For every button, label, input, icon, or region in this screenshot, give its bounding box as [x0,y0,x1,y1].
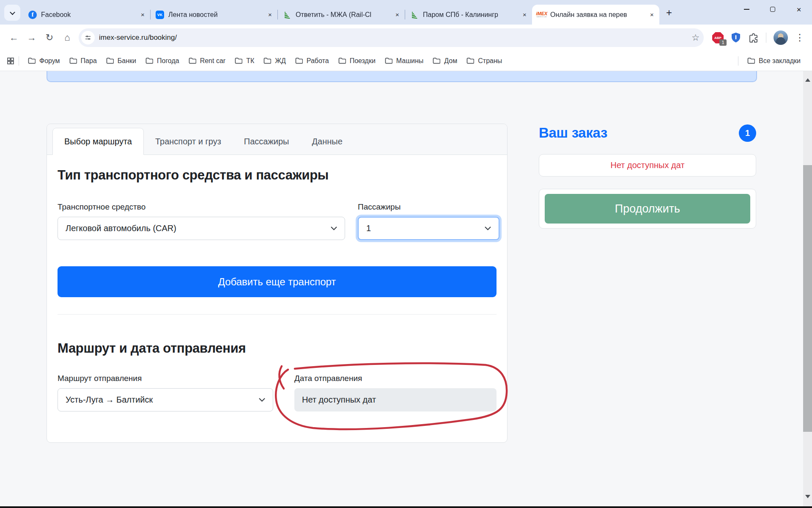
bookmark-folder-forum[interactable]: Форум [23,55,65,67]
page-scrollbar[interactable] [803,71,812,508]
browser-menu-icon[interactable]: ⋮ [795,32,804,43]
adblock-extension-button[interactable]: ABP 1 [712,32,724,44]
close-tab-icon[interactable]: × [521,11,529,19]
scroll-up-arrow[interactable] [803,74,812,86]
browser-tab-strip: f Facebook × VK Лента новостей × Ответит… [0,0,812,25]
bookmark-star-icon[interactable]: ☆ [691,33,700,43]
tab-separator [405,10,405,19]
bookmark-label: Банки [118,57,136,65]
order-status-box: Нет доступных дат [539,154,756,177]
passengers-select[interactable]: 1 [358,217,499,240]
back-button[interactable]: ← [5,29,23,47]
close-tab-icon[interactable]: × [648,11,656,19]
tab-route-selection[interactable]: Выбор маршрута [52,128,144,155]
reload-button[interactable]: ↻ [41,29,58,47]
tab-rail-club-reply[interactable]: Ответить - МЖА (Rail-Cl × [277,5,405,25]
bookmarks-divider [19,56,19,66]
folder-icon [263,58,271,64]
bookmark-label: Работа [307,57,329,65]
bookmark-folder-rabota[interactable]: Работа [291,55,334,67]
continue-button[interactable]: Продолжить [545,194,750,224]
bookmark-folder-strany[interactable]: Страны [462,55,507,67]
passengers-label: Пассажиры [358,202,499,212]
close-icon: × [796,6,801,14]
bookmark-label: Страны [478,57,502,65]
rail-club-icon [410,11,419,19]
imex-icon: iMEX SERVICE [538,11,546,19]
close-tab-icon[interactable]: × [139,11,147,19]
scroll-down-arrow[interactable] [803,490,812,503]
bookmark-folder-para[interactable]: Пара [65,55,102,67]
window-controls: × [733,0,812,19]
bookmark-folder-mashiny[interactable]: Машины [380,55,428,67]
tab-transport-cargo[interactable]: Транспорт и груз [144,128,233,155]
extensions-puzzle-icon[interactable] [748,33,759,43]
chevron-down-icon [331,226,337,230]
order-title: Ваш заказ [539,125,607,141]
forward-button[interactable]: → [23,29,41,47]
shield-extension-icon[interactable] [731,32,741,43]
tab-imex-booking-active[interactable]: iMEX SERVICE Онлайн заявка на перев × [532,5,659,25]
bookmark-folder-pogoda[interactable]: Погода [141,55,184,67]
url-text[interactable]: imex-service.ru/booking/ [99,33,691,42]
extensions-area: ABP 1 ⋮ [712,30,804,45]
address-bar[interactable]: imex-service.ru/booking/ ☆ [79,28,704,47]
new-tab-button[interactable]: + [662,6,676,20]
site-settings-icon [85,34,91,41]
tab-passengers[interactable]: Пассажиры [233,128,301,155]
bookmark-folder-banki[interactable]: Банки [102,55,141,67]
vehicle-label: Транспортное средство [58,202,345,212]
close-window-button[interactable]: × [786,0,812,19]
scrollbar-thumb[interactable] [803,165,812,432]
bookmark-label: Машины [396,57,424,65]
section-title-route: Маршрут и дата отправления [58,341,497,356]
all-bookmarks-button[interactable]: Все закладки [743,55,805,67]
rail-club-icon [283,11,291,19]
bookmark-folder-rent-car[interactable]: Rent car [184,55,230,67]
site-info-button[interactable] [81,31,95,44]
form-tab-bar: Выбор маршрута Транспорт и груз Пассажир… [47,124,507,155]
tab-title: Лента новостей [168,11,263,19]
minimize-button[interactable] [733,0,760,19]
taskbar-edge [0,506,812,508]
add-vehicle-button[interactable]: Добавить еще транспорт [58,266,497,297]
vehicle-select[interactable]: Легковой автомобиль (CAR) [58,217,345,240]
adblock-badge: 1 [719,39,727,46]
section-title-vehicle: Тип транспортного средства и пассажиры [58,168,497,183]
home-button[interactable]: ⌂ [58,29,76,47]
folder-icon [189,58,196,64]
close-tab-icon[interactable]: × [266,11,274,19]
maximize-button[interactable] [760,0,786,19]
folder-icon [747,58,755,64]
tab-title: Ответить - МЖА (Rail-Cl [296,11,391,19]
folder-icon [106,58,114,64]
folder-icon [69,58,77,64]
apps-grid-icon[interactable] [7,57,14,65]
facebook-icon: f [28,11,37,19]
tab-ferry-spb-kaliningrad[interactable]: Паром СПб - Калинингр × [405,5,532,25]
profile-avatar[interactable] [774,30,788,45]
tab-search-button[interactable] [4,5,20,21]
bookmark-label: Rent car [200,57,225,65]
route-select[interactable]: Усть-Луга → Балтийск [58,388,273,411]
passengers-select-value: 1 [366,224,371,233]
bookmark-folder-tk[interactable]: ТК [230,55,259,67]
close-tab-icon[interactable]: × [393,11,401,19]
bookmark-label: Дом [444,57,457,65]
departure-date-field-disabled[interactable]: Нет доступных дат [294,388,497,411]
tab-facebook[interactable]: f Facebook × [23,5,150,25]
route-select-value: Усть-Луга → Балтийск [66,395,153,405]
bookmark-folder-zhd[interactable]: ЖД [259,55,291,67]
folder-icon [145,58,153,64]
tab-vk-news[interactable]: VK Лента новостей × [150,5,277,25]
bookmark-folder-dom[interactable]: Дом [428,55,462,67]
tab-data[interactable]: Данные [301,128,354,155]
toolbar-divider [766,33,766,43]
bookmark-folder-poezdki[interactable]: Поездки [334,55,380,67]
vehicle-select-value: Легковой автомобиль (CAR) [66,224,176,233]
all-bookmarks-label: Все закладки [759,57,801,65]
bookmark-label: ТК [246,57,254,65]
bookmarks-divider [738,56,738,66]
booking-form-card: Выбор маршрута Транспорт и груз Пассажир… [47,124,508,443]
maximize-icon [770,7,775,12]
